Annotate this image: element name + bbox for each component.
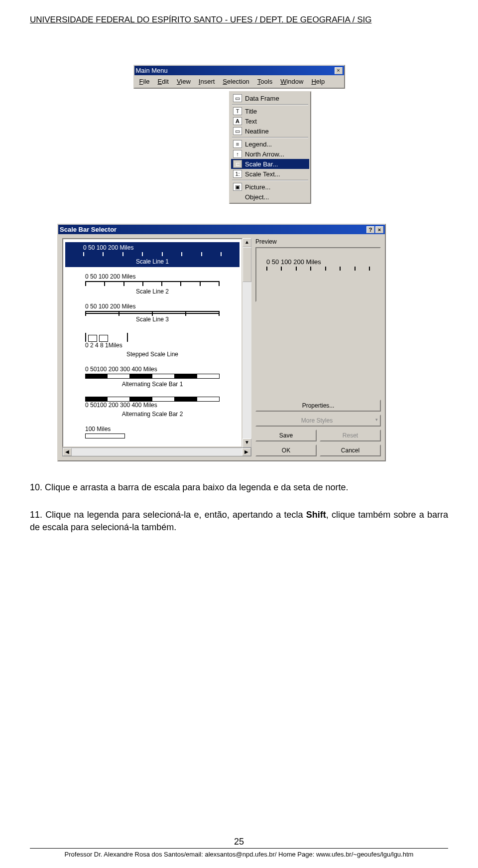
scroll-right-icon[interactable]: ▶: [242, 448, 251, 456]
menu-item-label: Title: [245, 108, 257, 115]
step-text: Clique e arrasta a barra de escala para …: [45, 482, 348, 492]
style-stepped-scale-line[interactable]: 0 2 4 8 1Miles Stepped Scale Line: [65, 329, 239, 360]
menu-selection[interactable]: Selection: [220, 77, 252, 86]
menu-item-label: Text: [245, 118, 257, 125]
separator: [232, 180, 308, 181]
style-hollow-bar[interactable]: 100 Miles: [65, 424, 239, 440]
menu-item-object[interactable]: Object...: [231, 192, 309, 202]
horizontal-scrollbar[interactable]: ◀ ▶: [62, 447, 251, 456]
style-label: Scale Line 2: [136, 288, 169, 295]
step-number: 10.: [30, 482, 45, 492]
scale-text-icon: 1:: [233, 170, 242, 178]
scale-numbers: 0 50 100 200 Miles: [70, 273, 235, 280]
close-icon[interactable]: ×: [375, 226, 383, 233]
chevron-down-icon: ▾: [375, 417, 378, 422]
blank-icon: [233, 193, 242, 201]
style-scale-line-1[interactable]: 0 50 100 200 Miles Scale Line 1: [65, 242, 239, 267]
scale-numbers: 0 2 4 8 1Miles: [70, 342, 235, 349]
style-alternating-bar-1[interactable]: 0 50100 200 300 400 Miles Alternating Sc…: [65, 364, 239, 390]
selector-titlebar: Scale Bar Selector ? ×: [58, 225, 385, 234]
menu-edit[interactable]: Edit: [154, 77, 171, 86]
preview-label: Preview: [255, 238, 381, 245]
north-arrow-icon: ↑: [233, 150, 242, 158]
paragraph-11: 11. Clique na legenda para selecioná-la …: [30, 509, 448, 534]
menu-item-label: Scale Bar...: [245, 160, 278, 168]
page-header: UNIVERSIDADE FEDERAL DO ESPÍRITO SANTO -…: [30, 15, 448, 25]
menu-file[interactable]: File: [136, 77, 153, 86]
style-label: Alternating Scale Bar 1: [122, 381, 183, 388]
scale-numbers: 0 50100 200 300 400 Miles: [70, 366, 235, 373]
scale-bar-selector-window: Scale Bar Selector ? × 0 50 100 200 Mile…: [57, 224, 386, 461]
menu-item-text[interactable]: A Text: [231, 116, 309, 126]
help-icon[interactable]: ?: [366, 226, 374, 233]
style-label: Stepped Scale Line: [126, 351, 178, 358]
save-button[interactable]: Save: [255, 430, 317, 441]
main-menu-title: Main Menu: [136, 67, 168, 74]
paragraph-10: 10. Clique e arrasta a barra de escala p…: [30, 481, 448, 494]
scroll-down-icon[interactable]: ▼: [242, 438, 251, 447]
neatline-icon: ▭: [233, 127, 242, 135]
ok-button[interactable]: OK: [255, 444, 317, 456]
alt-bar-graphic: [85, 374, 220, 379]
properties-button[interactable]: Properties...: [255, 400, 381, 412]
scroll-left-icon[interactable]: ◀: [63, 448, 72, 456]
menu-window[interactable]: Window: [277, 77, 306, 86]
menu-item-title[interactable]: T Title: [231, 106, 309, 116]
menu-view[interactable]: View: [174, 77, 194, 86]
style-scale-line-2[interactable]: 0 50 100 200 Miles Scale Line 2: [65, 271, 239, 297]
menu-item-scale-bar[interactable]: ⊏ Scale Bar...: [231, 159, 309, 169]
preview-box: 0 50 100 200 Miles: [255, 247, 381, 302]
scroll-up-icon[interactable]: ▲: [242, 238, 251, 247]
cancel-button[interactable]: Cancel: [320, 444, 381, 456]
footer-credit: Professor Dr. Alexandre Rosa dos Santos/…: [30, 851, 448, 858]
selector-title: Scale Bar Selector: [60, 226, 117, 233]
scale-numbers: 100 Miles: [70, 426, 235, 433]
data-frame-icon: ▭: [233, 94, 242, 102]
scale-numbers: 0 50100 200 300 400 Miles: [70, 402, 235, 409]
scale-numbers: 0 50 100 200 Miles: [70, 303, 235, 310]
step-text: Clique na legenda para selecioná-la e, e…: [45, 510, 306, 520]
menu-item-neatline[interactable]: ▭ Neatline: [231, 126, 309, 136]
menu-help[interactable]: Help: [308, 77, 328, 86]
text-icon: A: [233, 117, 242, 125]
insert-dropdown: ▭ Data Frame T Title A Text ▭ Neatline ≡…: [229, 91, 311, 204]
menu-item-legend[interactable]: ≡ Legend...: [231, 139, 309, 149]
more-styles-button[interactable]: More Styles▾: [255, 415, 381, 427]
style-label: Scale Line 1: [134, 258, 170, 265]
style-label: Scale Line 3: [136, 316, 169, 323]
menu-tools[interactable]: Tools: [254, 77, 275, 86]
alt-bar-graphic: [85, 397, 220, 402]
page-footer: 25 Professor Dr. Alexandre Rosa dos Sant…: [30, 837, 448, 858]
style-label: Alternating Scale Bar 2: [122, 411, 183, 418]
menu-item-label: Data Frame: [245, 95, 279, 102]
menu-item-data-frame[interactable]: ▭ Data Frame: [231, 93, 309, 103]
scroll-thumb[interactable]: [242, 247, 251, 282]
style-list[interactable]: 0 50 100 200 Miles Scale Line 1 0 50 100…: [62, 238, 242, 447]
menu-item-label: Object...: [245, 193, 269, 201]
picture-icon: ▣: [233, 183, 242, 191]
menu-insert[interactable]: Insert: [196, 77, 218, 86]
preview-numbers: 0 50 100 200 Miles: [261, 258, 375, 266]
separator: [232, 104, 308, 105]
separator: [232, 137, 308, 138]
main-menu-window: Main Menu × File Edit View Insert Select…: [133, 65, 345, 89]
bold-shift: Shift: [306, 510, 326, 520]
page-number: 25: [30, 837, 448, 847]
menu-item-label: Picture...: [245, 183, 270, 191]
menu-item-scale-text[interactable]: 1: Scale Text...: [231, 169, 309, 179]
footer-rule: [30, 848, 448, 849]
style-alternating-bar-2[interactable]: 0 50100 200 300 400 Miles Alternating Sc…: [65, 394, 239, 420]
menu-item-label: Scale Text...: [245, 170, 280, 178]
close-icon[interactable]: ×: [335, 67, 343, 74]
menu-item-label: Neatline: [245, 128, 269, 135]
scale-bar-icon: ⊏: [233, 160, 242, 168]
menu-item-north-arrow[interactable]: ↑ North Arrow...: [231, 149, 309, 159]
vertical-scrollbar[interactable]: ▲ ▼: [242, 238, 251, 447]
title-icon: T: [233, 107, 242, 115]
style-scale-line-3[interactable]: 0 50 100 200 Miles Scale Line 3: [65, 301, 239, 325]
menu-item-picture[interactable]: ▣ Picture...: [231, 182, 309, 192]
step-number: 11.: [30, 510, 45, 520]
reset-button[interactable]: Reset: [320, 430, 381, 441]
scale-numbers: 0 50 100 200 Miles: [68, 244, 237, 251]
menubar: File Edit View Insert Selection Tools Wi…: [134, 75, 344, 88]
